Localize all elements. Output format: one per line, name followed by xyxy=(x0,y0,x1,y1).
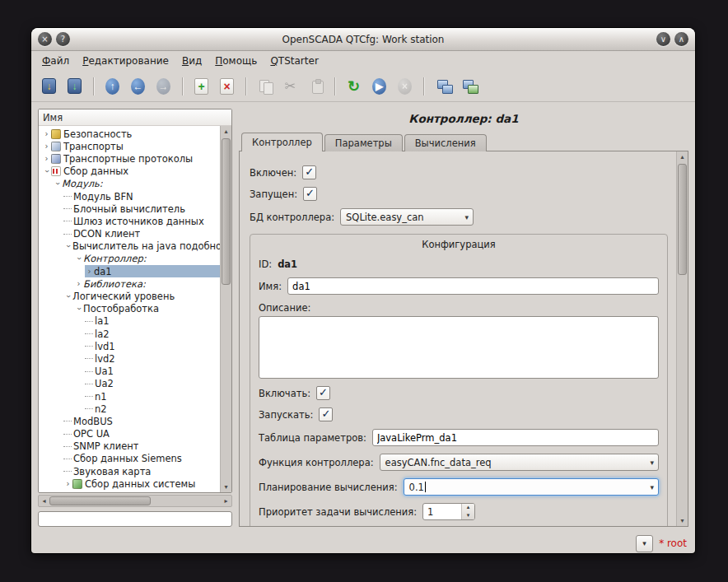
paste-item-button[interactable] xyxy=(304,74,328,98)
tab-parameters[interactable]: Параметры xyxy=(324,134,403,151)
expand-icon[interactable]: › xyxy=(85,268,94,276)
expand-icon[interactable]: › xyxy=(63,480,72,488)
go-back-button[interactable]: ← xyxy=(126,74,150,98)
tab-calculations[interactable]: Вычисления xyxy=(404,134,487,151)
load-from-db-button[interactable]: ↓ xyxy=(37,74,61,98)
status-dropdown[interactable]: ▾ xyxy=(636,535,653,552)
tree-row[interactable]: ›Вычислитель на java подобном языке xyxy=(39,240,220,253)
collapse-icon[interactable]: › xyxy=(75,254,83,263)
copy-item-button[interactable] xyxy=(253,74,277,98)
scroll-up-button[interactable]: ▴ xyxy=(221,126,231,137)
scroll-right-button[interactable]: ▸ xyxy=(221,496,231,506)
tree-row[interactable]: Шлюз источников данных xyxy=(39,215,220,227)
collapse-icon[interactable]: › xyxy=(64,292,72,301)
expand-icon[interactable]: › xyxy=(42,142,51,151)
scroll-down-button[interactable]: ▾ xyxy=(221,482,231,492)
spin-down-button[interactable]: ▾ xyxy=(462,512,474,520)
tree-filter-input[interactable] xyxy=(38,511,232,527)
tree-scrollbar[interactable]: ▴ ▾ xyxy=(220,126,231,492)
enabled-checkbox[interactable]: ✓ xyxy=(302,165,316,179)
scroll-down-button[interactable]: ▾ xyxy=(677,515,688,526)
collapse-icon[interactable]: › xyxy=(75,305,83,314)
stop-button[interactable]: × xyxy=(393,74,417,98)
tree-row[interactable]: SNMP клиент xyxy=(39,440,220,453)
close-button[interactable]: × xyxy=(38,32,52,46)
qtstarter-2-button[interactable] xyxy=(456,74,480,98)
minimize-button[interactable]: ∨ xyxy=(656,32,670,46)
expand-icon[interactable]: › xyxy=(74,280,83,288)
save-to-db-button[interactable]: ↓ xyxy=(63,74,86,98)
tree-row[interactable]: ›Библиотека шаблонов: xyxy=(39,490,220,492)
expand-icon[interactable]: › xyxy=(42,155,51,163)
tree-row[interactable]: ›Сбор данных xyxy=(39,165,220,178)
menu-item-3[interactable]: Помощь xyxy=(208,53,264,69)
tree-row[interactable]: ModBUS xyxy=(39,415,220,427)
tree-row[interactable]: ›Сбор данных системы xyxy=(39,477,220,490)
go-up-button[interactable]: ↑ xyxy=(100,74,124,98)
tree-row[interactable]: ›Логический уровень xyxy=(39,290,220,302)
add-item-button[interactable]: + xyxy=(189,74,213,98)
tree-row[interactable]: lvd1 xyxy=(39,340,220,352)
go-forward-button[interactable]: → xyxy=(152,74,175,98)
scroll-up-button[interactable]: ▴ xyxy=(677,151,688,162)
schedule-combobox[interactable]: 0.1 ▾ xyxy=(404,478,659,496)
to-start-checkbox[interactable]: ✓ xyxy=(319,407,333,421)
title-bar[interactable]: ×? OpenSCADA QTCfg: Work station ∨∧ xyxy=(31,28,695,51)
tree-row[interactable]: Модуль BFN xyxy=(39,190,220,203)
maximize-button[interactable]: ∧ xyxy=(674,32,688,46)
tree-row[interactable]: ›Транспортные протоколы xyxy=(39,152,220,165)
content-scroll-thumb[interactable] xyxy=(678,164,687,275)
spin-up-button[interactable]: ▴ xyxy=(462,504,474,512)
tree-row[interactable]: Ua1 xyxy=(39,365,220,378)
tree-row[interactable]: DCON клиент xyxy=(39,228,220,240)
menu-item-0[interactable]: Файл xyxy=(35,53,76,69)
menu-item-2[interactable]: Вид xyxy=(175,53,208,69)
start-button[interactable]: ▶ xyxy=(367,74,391,98)
tree-row[interactable]: ›Контроллер: xyxy=(39,253,220,265)
scroll-left-button[interactable]: ◂ xyxy=(39,496,49,506)
tree-row[interactable]: Ua2 xyxy=(39,378,220,390)
tree-row[interactable]: ›da1 xyxy=(39,265,220,277)
menu-item-1[interactable]: Редактирование xyxy=(76,53,175,69)
tree-hscrollbar[interactable]: ◂ ▸ xyxy=(38,495,232,507)
running-checkbox[interactable]: ✓ xyxy=(303,187,317,201)
tree-row[interactable]: ›Постобработка xyxy=(39,303,220,315)
go-back-icon: ← xyxy=(131,78,145,95)
tree-row[interactable]: n2 xyxy=(39,403,220,415)
tree-row[interactable]: OPC UA xyxy=(39,428,220,440)
tree-branch-line xyxy=(63,208,72,209)
tree-hscroll-thumb[interactable] xyxy=(49,496,151,505)
refresh-button[interactable]: ↻ xyxy=(342,74,366,98)
tree-row[interactable]: ›Библиотека: xyxy=(39,277,220,290)
tree-row[interactable]: la1 xyxy=(39,315,220,328)
to-enable-checkbox[interactable]: ✓ xyxy=(316,386,330,400)
description-textarea[interactable] xyxy=(259,316,659,379)
tree-row[interactable]: Звуковая карта xyxy=(39,465,220,477)
cut-item-button[interactable]: ✂ xyxy=(278,74,302,98)
qtstarter-1-button[interactable] xyxy=(431,74,455,98)
tree-row[interactable]: Блочный вычислитель xyxy=(39,203,220,215)
collapse-icon[interactable]: › xyxy=(64,242,72,251)
field-priority: Приоритет задачи вычисления: 1 ▴ ▾ xyxy=(259,503,659,520)
content-scrollbar[interactable]: ▴ ▾ xyxy=(676,151,688,526)
param-table-input[interactable] xyxy=(372,429,659,446)
delete-item-button[interactable]: × xyxy=(215,74,239,98)
tree-row[interactable]: ›Модуль: xyxy=(39,178,220,190)
tree-row[interactable]: ›Транспорты xyxy=(39,140,220,152)
db-combobox[interactable]: SQLite.easy_can ▾ xyxy=(340,208,474,226)
menu-item-4[interactable]: QTStarter xyxy=(264,53,324,69)
priority-spinbox[interactable]: 1 ▴ ▾ xyxy=(422,503,475,520)
function-combobox[interactable]: easyCAN.fnc_data_req ▾ xyxy=(380,454,659,471)
tree-scroll-thumb[interactable] xyxy=(222,138,231,285)
expand-icon[interactable]: › xyxy=(42,130,51,138)
name-input[interactable] xyxy=(287,277,659,295)
tree-row[interactable]: n1 xyxy=(39,390,220,403)
collapse-icon[interactable]: › xyxy=(43,167,51,176)
help-button[interactable]: ? xyxy=(56,32,70,46)
tab-controller[interactable]: Контроллер xyxy=(241,133,323,151)
tree-row[interactable]: la2 xyxy=(39,328,220,340)
collapse-icon[interactable]: › xyxy=(54,179,62,189)
tree-row[interactable]: lvd2 xyxy=(39,352,220,365)
tree-row[interactable]: Сбор данных Siemens xyxy=(39,453,220,465)
tree-row[interactable]: ›Безопасность xyxy=(39,128,220,140)
